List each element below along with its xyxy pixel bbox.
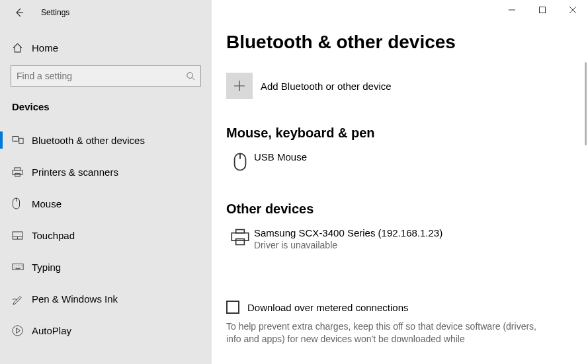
sidebar-nav: Bluetooth & other devices Printers & sca… [0, 124, 212, 346]
arrow-left-icon [14, 7, 24, 18]
sidebar-item-printers[interactable]: Printers & scanners [0, 156, 212, 188]
titlebar: Settings [0, 0, 212, 25]
autoplay-icon [12, 325, 23, 336]
device-item-printer[interactable]: Samsung SCX-3400 Series (192.168.1.23) D… [226, 223, 588, 254]
sidebar-item-mouse[interactable]: Mouse [0, 188, 212, 219]
add-device-label: Add Bluetooth or other device [261, 81, 392, 92]
sidebar-item-label: AutoPlay [32, 325, 71, 336]
sidebar-item-typing[interactable]: Typing [0, 251, 212, 283]
back-button[interactable] [9, 3, 29, 22]
sidebar-item-autoplay[interactable]: AutoPlay [0, 314, 212, 346]
sidebar-item-bluetooth[interactable]: Bluetooth & other devices [0, 124, 212, 156]
sidebar-item-label: Printers & scanners [32, 166, 118, 178]
devices-icon [12, 135, 24, 145]
svg-rect-1 [13, 137, 19, 141]
device-name: USB Mouse [254, 151, 307, 163]
pen-icon [12, 293, 23, 305]
svg-rect-4 [13, 170, 22, 174]
window-controls [497, 0, 588, 20]
home-icon [12, 42, 23, 54]
svg-rect-14 [236, 239, 245, 245]
sidebar-item-label: Mouse [32, 198, 62, 209]
sidebar-item-label: Touchpad [32, 230, 75, 241]
printer-icon [12, 167, 23, 177]
window-title: Settings [41, 8, 69, 17]
metered-help-text: To help prevent extra charges, keep this… [226, 320, 537, 346]
svg-rect-10 [540, 7, 546, 13]
sidebar-item-label: Pen & Windows Ink [32, 293, 118, 305]
checkbox-box [226, 301, 239, 314]
svg-rect-3 [15, 167, 21, 170]
printer-icon [231, 229, 249, 246]
sidebar-home[interactable]: Home [0, 32, 212, 63]
device-status: Driver is unavailable [254, 240, 442, 250]
sidebar-item-label: Bluetooth & other devices [32, 135, 145, 146]
plus-icon [233, 80, 245, 92]
metered-checkbox[interactable]: Download over metered connections [226, 301, 588, 314]
page-title: Bluetooth & other devices [226, 32, 588, 53]
touchpad-icon [12, 231, 23, 240]
device-item-usb-mouse[interactable]: USB Mouse [226, 147, 588, 175]
device-name: Samsung SCX-3400 Series (192.168.1.23) [254, 227, 442, 238]
svg-rect-2 [19, 138, 23, 143]
search-input[interactable] [17, 71, 186, 81]
metered-checkbox-label: Download over metered connections [247, 302, 408, 313]
maximize-icon [539, 7, 546, 13]
svg-point-9 [13, 325, 22, 335]
group-title-mouse-keyboard: Mouse, keyboard & pen [226, 126, 588, 141]
group-title-other: Other devices [226, 201, 588, 217]
close-icon [569, 7, 576, 13]
main-content: Bluetooth & other devices Add Bluetooth … [212, 0, 588, 364]
sidebar-item-touchpad[interactable]: Touchpad [0, 219, 212, 251]
minimize-icon [509, 7, 515, 13]
close-button[interactable] [558, 0, 588, 20]
sidebar-item-pen[interactable]: Pen & Windows Ink [0, 283, 212, 314]
plus-tile [226, 73, 253, 99]
sidebar-item-label: Typing [32, 262, 61, 273]
search-icon [186, 71, 195, 81]
sidebar: Settings Home Devices Bluetooth & other … [0, 0, 212, 364]
maximize-button[interactable] [527, 0, 558, 20]
svg-rect-13 [231, 233, 248, 240]
sidebar-section-label: Devices [0, 101, 212, 112]
mouse-icon [12, 198, 21, 209]
svg-point-0 [187, 73, 193, 79]
mouse-icon [233, 153, 247, 171]
search-box[interactable] [11, 65, 201, 87]
minimize-button[interactable] [497, 0, 527, 20]
keyboard-icon [12, 263, 24, 271]
sidebar-home-label: Home [32, 42, 58, 54]
scrollbar[interactable] [585, 62, 587, 145]
add-device-button[interactable]: Add Bluetooth or other device [226, 73, 588, 99]
